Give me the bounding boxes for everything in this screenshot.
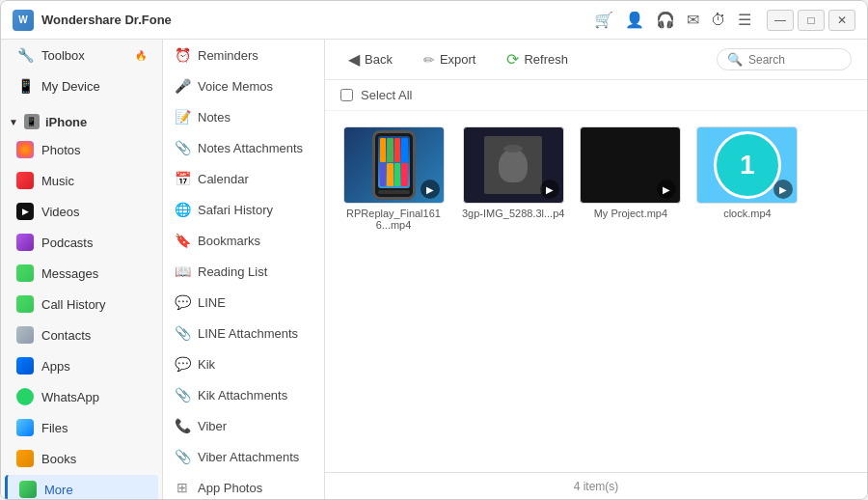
toolbox-icon: 🔧	[16, 46, 34, 64]
viber-icon: 📞	[175, 418, 190, 433]
collapse-icon: ▼	[9, 117, 18, 127]
play-icon-2: ▶	[540, 180, 559, 199]
main-layout: 🔧 Toolbox 🔥 📱 My Device ▼ 📱 iPhone Photo…	[1, 40, 867, 499]
content-toolbar: ◀ Back ✏ Export ⟳ Refresh 🔍	[325, 40, 867, 80]
media-item-video2[interactable]: ▶ 3gp-IMG_5288.3l...p4	[462, 126, 564, 231]
middle-item-calendar[interactable]: 📅 Calendar	[163, 163, 324, 194]
back-button[interactable]: ◀ Back	[340, 46, 400, 72]
video2-label: 3gp-IMG_5288.3l...p4	[462, 208, 564, 219]
middle-item-line[interactable]: 💬 LINE	[163, 287, 324, 318]
menu-icon[interactable]: ☰	[738, 11, 751, 29]
middle-item-app-photos[interactable]: ⊞ App Photos	[163, 472, 324, 499]
sidebar-item-toolbox[interactable]: 🔧 Toolbox 🔥	[5, 41, 158, 69]
videos-label: Videos	[41, 205, 80, 219]
select-all-checkbox[interactable]	[340, 89, 353, 101]
sidebar-item-messages[interactable]: Messages	[5, 259, 158, 288]
middle-item-voicememos[interactable]: 🎤 Voice Memos	[163, 70, 324, 101]
mail-icon[interactable]: ✉	[687, 11, 699, 29]
maximize-button[interactable]: □	[798, 10, 825, 31]
notes-attach-label: Notes Attachments	[198, 141, 303, 155]
middle-item-viber[interactable]: 📞 Viber	[163, 410, 324, 441]
whatsapp-icon	[16, 388, 34, 405]
viber-attach-icon: 📎	[175, 449, 190, 464]
sidebar-item-whatsapp[interactable]: WhatsApp	[5, 382, 158, 411]
sidebar-item-apps[interactable]: Apps	[5, 351, 158, 380]
podcasts-icon	[16, 234, 34, 251]
notes-attach-icon: 📎	[175, 140, 190, 155]
viber-attach-label: Viber Attachments	[198, 450, 299, 464]
clock-face: 1	[714, 131, 781, 199]
files-label: Files	[41, 421, 68, 435]
sidebar-item-videos[interactable]: ▶ Videos	[5, 197, 158, 226]
contacts-label: Contacts	[41, 328, 91, 343]
calendar-icon: 📅	[175, 171, 190, 186]
middle-item-kik[interactable]: 💬 Kik	[163, 348, 324, 379]
close-button[interactable]: ✕	[828, 10, 855, 31]
podcasts-label: Podcasts	[41, 236, 93, 250]
reminders-icon: ⏰	[175, 47, 190, 63]
media-item-video4[interactable]: 1 ▶ clock.mp4	[696, 126, 798, 231]
app-photos-label: App Photos	[198, 481, 262, 495]
minimize-button[interactable]: —	[767, 10, 794, 31]
back-arrow-icon: ◀	[348, 50, 360, 69]
music-icon	[16, 172, 34, 189]
bookmarks-label: Bookmarks	[198, 234, 260, 248]
reading-list-label: Reading List	[198, 264, 267, 279]
export-icon: ✏	[423, 52, 435, 68]
sidebar-item-mydevice[interactable]: 📱 My Device	[5, 71, 158, 100]
media-item-video3[interactable]: ▶ My Project.mp4	[580, 126, 681, 231]
export-button[interactable]: ✏ Export	[416, 48, 484, 71]
media-thumb-video1: ▶	[343, 126, 445, 204]
voicememos-icon: 🎤	[175, 78, 190, 94]
music-label: Music	[41, 174, 74, 188]
middle-item-bookmarks[interactable]: 🔖 Bookmarks	[163, 225, 324, 256]
viber-label: Viber	[198, 419, 227, 433]
more-label: More	[44, 483, 73, 497]
photos-label: Photos	[41, 143, 80, 157]
kik-attach-label: Kik Attachments	[198, 388, 287, 403]
mydevice-label: My Device	[41, 79, 100, 94]
middle-item-line-attachments[interactable]: 📎 LINE Attachments	[163, 318, 324, 348]
headset-icon[interactable]: 🎧	[656, 11, 675, 29]
middle-item-reading-list[interactable]: 📖 Reading List	[163, 256, 324, 287]
search-box[interactable]: 🔍	[717, 48, 852, 70]
media-item-video1[interactable]: ▶ RPReplay_Final1616...mp4	[340, 126, 447, 231]
account-icon[interactable]: 👤	[625, 11, 644, 29]
books-label: Books	[41, 452, 76, 466]
middle-item-reminders[interactable]: ⏰ Reminders	[163, 40, 324, 70]
item-count-label: 4 item(s)	[574, 480, 619, 493]
app-window: W Wondershare Dr.Fone 🛒 👤 🎧 ✉ ⏱ ☰ — □ ✕ …	[0, 0, 868, 500]
middle-item-notes[interactable]: 📝 Notes	[163, 101, 324, 132]
safari-history-label: Safari History	[198, 203, 273, 217]
middle-item-viber-attachments[interactable]: 📎 Viber Attachments	[163, 441, 324, 472]
sidebar-item-files[interactable]: Files	[5, 413, 158, 442]
play-icon-1: ▶	[420, 180, 440, 199]
sidebar-item-photos[interactable]: Photos	[5, 135, 158, 164]
history-icon[interactable]: ⏱	[711, 12, 726, 29]
middle-item-kik-attachments[interactable]: 📎 Kik Attachments	[163, 379, 324, 410]
search-input[interactable]	[748, 53, 845, 67]
mydevice-icon: 📱	[16, 77, 34, 95]
middle-item-safari-history[interactable]: 🌐 Safari History	[163, 194, 324, 225]
calendar-label: Calendar	[198, 172, 249, 186]
cart-icon[interactable]: 🛒	[594, 11, 613, 29]
safari-icon: 🌐	[175, 202, 190, 217]
line-icon: 💬	[175, 294, 190, 310]
toolbox-flame: 🔥	[135, 50, 147, 61]
sidebar-item-callhistory[interactable]: Call History	[5, 290, 158, 319]
middle-item-notes-attachments[interactable]: 📎 Notes Attachments	[163, 132, 324, 163]
app-photos-icon: ⊞	[175, 480, 190, 495]
select-all-label: Select All	[361, 88, 412, 102]
media-grid: ▶ RPReplay_Final1616...mp4	[325, 111, 867, 472]
toolbox-label: Toolbox	[41, 48, 85, 63]
sidebar-item-books[interactable]: Books	[5, 444, 158, 473]
sidebar-item-music[interactable]: Music	[5, 166, 158, 195]
kik-attach-icon: 📎	[175, 387, 190, 403]
sidebar-item-podcasts[interactable]: Podcasts	[5, 228, 158, 257]
media-thumb-video4: 1 ▶	[696, 126, 798, 204]
sidebar-item-contacts[interactable]: Contacts	[5, 320, 158, 349]
title-bar: W Wondershare Dr.Fone 🛒 👤 🎧 ✉ ⏱ ☰ — □ ✕	[1, 1, 867, 40]
sidebar-item-more[interactable]: More	[5, 475, 158, 499]
refresh-button[interactable]: ⟳ Refresh	[499, 46, 576, 72]
iphone-group-header[interactable]: ▼ 📱 iPhone	[1, 109, 162, 134]
